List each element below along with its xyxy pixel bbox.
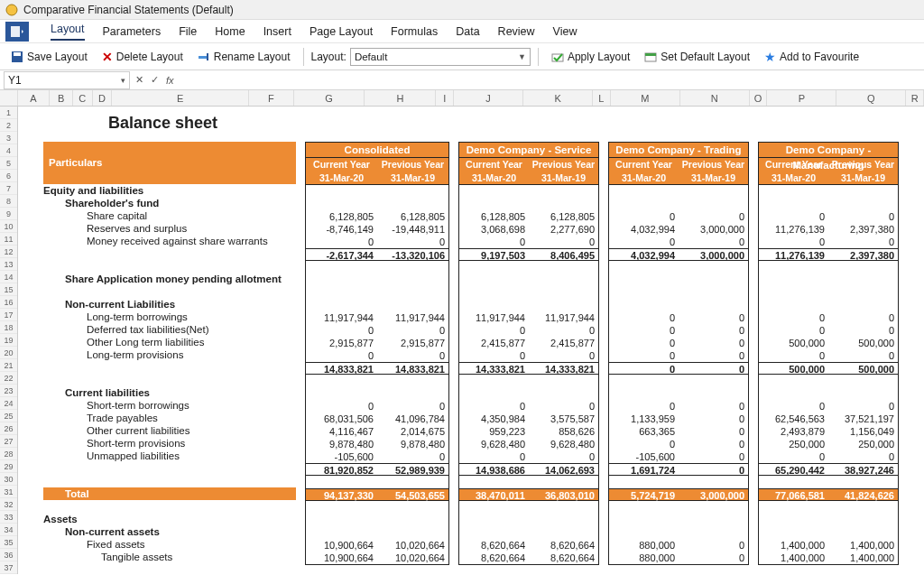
data-row: 10,900,66410,020,664 xyxy=(306,552,448,564)
row-label: Tangible assets xyxy=(43,551,296,563)
row-label: Long-term borrowings xyxy=(43,311,296,323)
app-menu-button[interactable] xyxy=(5,22,29,42)
row-header[interactable]: 20 xyxy=(0,347,17,359)
row-header[interactable]: 15 xyxy=(0,283,17,296)
data-row: 2,915,8772,915,877 xyxy=(306,337,448,349)
row-header[interactable]: 11 xyxy=(0,233,17,246)
row-header[interactable]: 34 xyxy=(0,524,17,536)
row-header[interactable]: 7 xyxy=(0,182,17,195)
add-favourite-button[interactable]: ★ Add to Favourite xyxy=(759,48,864,66)
menu-review[interactable]: Review xyxy=(498,25,535,38)
row-header[interactable]: 23 xyxy=(0,385,17,397)
col-header[interactable]: H xyxy=(365,90,436,106)
svg-rect-4 xyxy=(199,56,207,59)
col-header[interactable]: A xyxy=(18,90,51,106)
layout-dropdown[interactable]: Default ▼ xyxy=(350,48,531,66)
row-header[interactable]: 12 xyxy=(0,246,17,258)
cell-reference-box[interactable]: Y1 ▾ xyxy=(4,71,130,89)
row-header[interactable]: 36 xyxy=(0,549,17,561)
menu-file[interactable]: File xyxy=(179,25,197,38)
col-header[interactable]: P xyxy=(767,90,836,106)
col-header[interactable]: Q xyxy=(836,90,906,106)
row-header[interactable]: 3 xyxy=(0,132,17,144)
row-header[interactable]: 10 xyxy=(0,220,17,233)
data-row: 00 xyxy=(759,450,898,463)
subtotal-row: -2,617,344-13,320,106 xyxy=(306,248,448,261)
data-row: 1,133,9590 xyxy=(609,413,748,425)
col-header[interactable]: B xyxy=(50,90,73,106)
col-header[interactable] xyxy=(0,90,18,106)
col-header[interactable]: C xyxy=(73,90,93,106)
row-header[interactable]: 22 xyxy=(0,372,17,385)
row-header[interactable]: 16 xyxy=(0,296,17,309)
data-row: 6,128,8056,128,805 xyxy=(306,210,448,223)
spreadsheet-grid[interactable]: ABCDEFGHIJKLMNOPQR 123456789101112131415… xyxy=(0,90,924,575)
row-header[interactable]: 4 xyxy=(0,144,17,157)
row-header[interactable]: 32 xyxy=(0,498,17,511)
row-header[interactable]: 19 xyxy=(0,334,17,347)
row-header[interactable]: 29 xyxy=(0,460,17,473)
formula-accept[interactable]: ✓ xyxy=(151,74,159,86)
col-header[interactable]: D xyxy=(93,90,113,106)
row-header[interactable]: 8 xyxy=(0,195,17,208)
col-header[interactable]: L xyxy=(593,90,611,106)
col-header[interactable]: O xyxy=(750,90,768,106)
menu-formulas[interactable]: Formulas xyxy=(391,25,438,38)
menu-parameters[interactable]: Parameters xyxy=(103,25,162,38)
formula-cancel[interactable]: ✕ xyxy=(135,74,143,86)
row-label: Share capital xyxy=(43,209,296,222)
row-header[interactable]: 24 xyxy=(0,397,17,410)
menu-view[interactable]: View xyxy=(553,25,578,38)
subtotal-row: 4,032,9943,000,000 xyxy=(609,248,748,261)
col-header[interactable]: R xyxy=(906,90,924,106)
row-header[interactable]: 18 xyxy=(0,321,17,334)
data-row: 11,917,94411,917,944 xyxy=(459,311,598,324)
row-header[interactable]: 28 xyxy=(0,448,17,460)
menu-home[interactable]: Home xyxy=(215,25,245,38)
row-header[interactable]: 35 xyxy=(0,536,17,549)
row-header[interactable]: 13 xyxy=(0,258,17,271)
row-header[interactable]: 33 xyxy=(0,511,17,524)
col-header[interactable]: N xyxy=(680,90,750,106)
row-header[interactable]: 6 xyxy=(0,170,17,182)
col-header[interactable]: K xyxy=(523,90,593,106)
row-header[interactable]: 1 xyxy=(0,107,17,119)
data-row: 00 xyxy=(759,349,898,362)
set-default-layout-button[interactable]: Set Default Layout xyxy=(639,49,755,65)
row-header[interactable]: 17 xyxy=(0,309,17,321)
menu-insert[interactable]: Insert xyxy=(263,25,291,38)
col-header[interactable]: J xyxy=(454,90,523,106)
row-header[interactable]: 5 xyxy=(0,157,17,170)
row-header[interactable]: 27 xyxy=(0,435,17,448)
row-header[interactable]: 37 xyxy=(0,561,17,574)
data-row: 00 xyxy=(459,450,598,463)
menu-pagelayout[interactable]: Page Layout xyxy=(310,25,373,38)
row-header[interactable]: 14 xyxy=(0,271,17,283)
data-row: -105,6000 xyxy=(306,450,448,463)
row-header[interactable]: 31 xyxy=(0,486,17,498)
col-header[interactable]: I xyxy=(436,90,454,106)
row-header[interactable]: 25 xyxy=(0,410,17,422)
subtotal-row: 65,290,44238,927,246 xyxy=(759,463,898,476)
row-header[interactable]: 26 xyxy=(0,422,17,435)
col-header[interactable]: G xyxy=(294,90,365,106)
col-header[interactable]: E xyxy=(112,90,249,106)
row-header[interactable]: 21 xyxy=(0,359,17,372)
row-header[interactable]: 30 xyxy=(0,473,17,486)
apply-layout-button[interactable]: Apply Layout xyxy=(546,49,635,65)
row-header[interactable]: 9 xyxy=(0,208,17,220)
col-header[interactable]: M xyxy=(611,90,680,106)
total-row: 38,470,01136,803,010 xyxy=(459,488,598,501)
toolbar: Save Layout ✕ Delete Layout Rename Layou… xyxy=(0,43,924,70)
row-label: Short-term provisions xyxy=(43,437,296,450)
subtotal-row: 500,000500,000 xyxy=(759,362,898,375)
menu-layout[interactable]: Layout xyxy=(51,23,85,41)
fx-icon[interactable]: fx xyxy=(166,75,174,86)
save-layout-button[interactable]: Save Layout xyxy=(5,49,93,65)
row-header[interactable]: 2 xyxy=(0,119,17,132)
rename-icon xyxy=(198,51,210,63)
col-header[interactable]: F xyxy=(249,90,293,106)
delete-layout-button[interactable]: ✕ Delete Layout xyxy=(97,48,189,66)
rename-layout-button[interactable]: Rename Layout xyxy=(192,49,296,65)
menu-data[interactable]: Data xyxy=(456,25,479,38)
